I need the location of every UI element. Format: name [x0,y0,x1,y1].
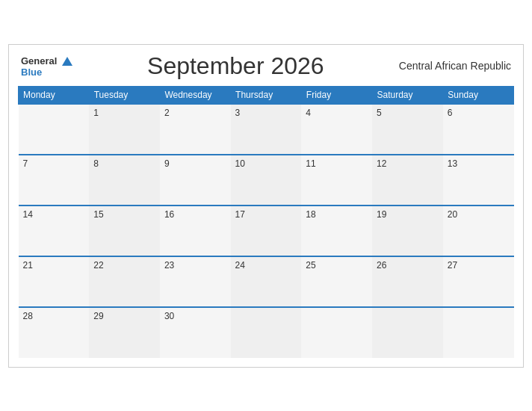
calendar-day-cell: 9 [160,155,231,206]
logo-general-line: General [21,54,72,67]
day-number: 1 [93,108,99,118]
logo-triangle-icon [62,57,72,66]
calendar-day-cell: 18 [301,206,372,256]
weekday-header: Wednesday [160,86,231,104]
calendar-day-cell: 21 [19,256,90,307]
calendar-header: General Blue September 2026 Central Afri… [18,52,514,80]
calendar-day-cell [231,307,302,358]
day-number: 12 [377,158,386,169]
calendar-day-cell: 20 [443,206,514,256]
day-number: 4 [306,108,311,118]
day-number: 10 [235,158,245,169]
calendar-day-cell: 7 [19,155,90,206]
calendar-day-cell [19,104,90,155]
day-number: 29 [93,311,103,321]
calendar-week-row: 282930 [19,307,514,358]
day-number: 20 [448,209,457,220]
logo-general-text: General [21,55,57,67]
calendar-day-cell: 11 [301,155,372,206]
day-number: 18 [306,209,315,220]
calendar-day-cell: 17 [231,206,302,256]
day-number: 5 [377,108,382,118]
day-number: 9 [164,158,170,169]
day-number: 19 [377,209,386,220]
calendar-day-cell: 13 [443,155,514,206]
day-number: 23 [164,260,174,271]
calendar-day-cell: 28 [19,307,90,358]
day-number: 21 [23,260,33,271]
calendar-day-cell: 15 [89,206,160,256]
day-number: 3 [235,108,241,118]
calendar-week-row: 14151617181920 [19,206,514,256]
calendar-week-row: 21222324252627 [19,256,514,307]
calendar-day-cell: 10 [231,155,302,206]
calendar-day-cell: 16 [160,206,231,256]
day-number: 25 [306,260,315,271]
logo-area: General Blue [21,54,72,78]
calendar-day-cell: 6 [443,104,514,155]
calendar-day-cell: 4 [301,104,372,155]
calendar-day-cell: 8 [89,155,160,206]
day-number: 14 [23,209,33,220]
calendar-day-cell: 26 [372,256,443,307]
calendar-day-cell: 1 [89,104,160,155]
calendar-day-cell: 27 [443,256,514,307]
calendar-grid: MondayTuesdayWednesdayThursdayFridaySatu… [18,86,514,358]
calendar-week-row: 123456 [19,104,514,155]
calendar-day-cell: 24 [231,256,302,307]
calendar-day-cell: 22 [89,256,160,307]
day-number: 22 [93,260,103,271]
day-number: 24 [235,260,245,271]
weekday-header: Thursday [231,86,302,104]
calendar-day-cell: 29 [89,307,160,358]
day-number: 26 [377,260,386,271]
calendar-day-cell [443,307,514,358]
weekday-header-row: MondayTuesdayWednesdayThursdayFridaySatu… [19,86,514,104]
calendar-day-cell: 25 [301,256,372,307]
calendar-day-cell [372,307,443,358]
calendar-day-cell [301,307,372,358]
weekday-header: Monday [19,86,90,104]
calendar-day-cell: 14 [19,206,90,256]
country-name: Central African Republic [399,60,511,72]
weekday-header: Tuesday [89,86,160,104]
day-number: 6 [448,108,453,118]
day-number: 27 [448,260,457,271]
calendar-day-cell: 3 [231,104,302,155]
day-number: 28 [23,311,33,321]
calendar-title: September 2026 [72,52,399,80]
day-number: 17 [235,209,245,220]
calendar-day-cell: 19 [372,206,443,256]
day-number: 8 [93,158,99,169]
weekday-header: Sunday [443,86,514,104]
weekday-header: Saturday [372,86,443,104]
day-number: 16 [164,209,174,220]
day-number: 15 [93,209,103,220]
calendar-week-row: 78910111213 [19,155,514,206]
day-number: 13 [448,158,457,169]
calendar-container: General Blue September 2026 Central Afri… [8,44,524,368]
logo-blue-text: Blue [21,67,42,78]
calendar-day-cell: 12 [372,155,443,206]
day-number: 11 [306,158,315,169]
calendar-day-cell: 2 [160,104,231,155]
day-number: 30 [164,311,174,321]
calendar-day-cell: 23 [160,256,231,307]
calendar-day-cell: 5 [372,104,443,155]
weekday-header: Friday [301,86,372,104]
day-number: 7 [23,158,28,169]
day-number: 2 [164,108,170,118]
calendar-day-cell: 30 [160,307,231,358]
